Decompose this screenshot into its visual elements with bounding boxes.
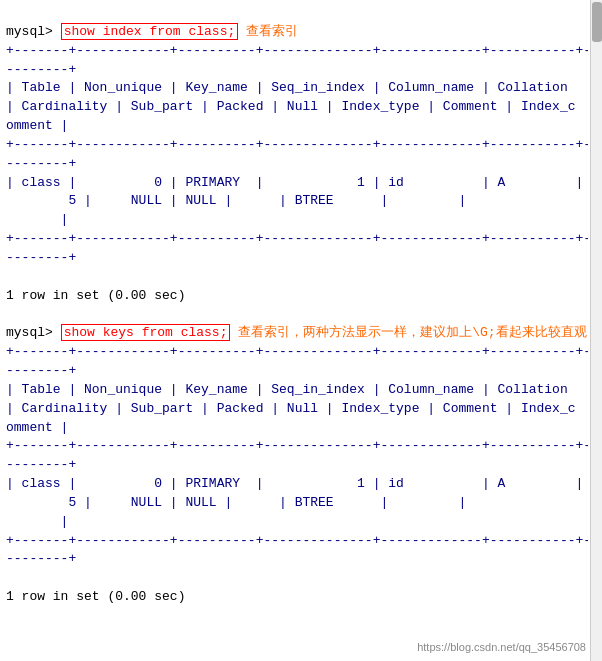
sep6b: --------+ — [6, 551, 76, 566]
sep2b: --------+ — [6, 156, 76, 171]
data2: 5 | NULL | NULL | | BTREE | | — [6, 193, 466, 208]
header3b: omment | — [6, 420, 68, 435]
sep1: +-------+------------+----------+-------… — [6, 43, 588, 58]
data2b: 5 | NULL | NULL | | BTREE | | — [6, 495, 466, 510]
header1: | Table | Non_unique | Key_name | Seq_in… — [6, 80, 568, 95]
header2: | Cardinality | Sub_part | Packed | Null… — [6, 99, 576, 114]
prompt2: mysql> — [6, 325, 53, 340]
sep5: +-------+------------+----------+-------… — [6, 438, 588, 453]
sep4b: --------+ — [6, 363, 76, 378]
header2b: | Cardinality | Sub_part | Packed | Null… — [6, 401, 576, 416]
sep3: +-------+------------+----------+-------… — [6, 231, 588, 246]
sep6: +-------+------------+----------+-------… — [6, 533, 588, 548]
result2: 1 row in set (0.00 sec) — [6, 589, 185, 604]
sep2: +-------+------------+----------+-------… — [6, 137, 588, 152]
watermark: https://blog.csdn.net/qq_35456708 — [417, 641, 586, 653]
command1: show index from class; — [61, 23, 239, 40]
sep4: +-------+------------+----------+-------… — [6, 344, 588, 359]
header1b: | Table | Non_unique | Key_name | Seq_in… — [6, 382, 568, 397]
sep1b: --------+ — [6, 62, 76, 77]
result1: 1 row in set (0.00 sec) — [6, 288, 185, 303]
sep3b: --------+ — [6, 250, 76, 265]
scrollbar[interactable] — [590, 0, 602, 661]
data1b: | class | 0 | PRIMARY | 1 | id | A | — [6, 476, 583, 491]
data3: | — [6, 212, 68, 227]
terminal-output: mysql> show index from class; 查看索引 +----… — [0, 0, 588, 630]
comment1: 查看索引 — [246, 24, 298, 39]
header3: omment | — [6, 118, 68, 133]
command2: show keys from class; — [61, 324, 231, 341]
sep5b: --------+ — [6, 457, 76, 472]
data3b: | — [6, 514, 68, 529]
prompt1: mysql> — [6, 24, 53, 39]
data1: | class | 0 | PRIMARY | 1 | id | A | — [6, 175, 583, 190]
comment2: 查看索引，两种方法显示一样，建议加上\G;看起来比较直观 — [238, 325, 586, 340]
scrollbar-thumb[interactable] — [592, 2, 602, 42]
